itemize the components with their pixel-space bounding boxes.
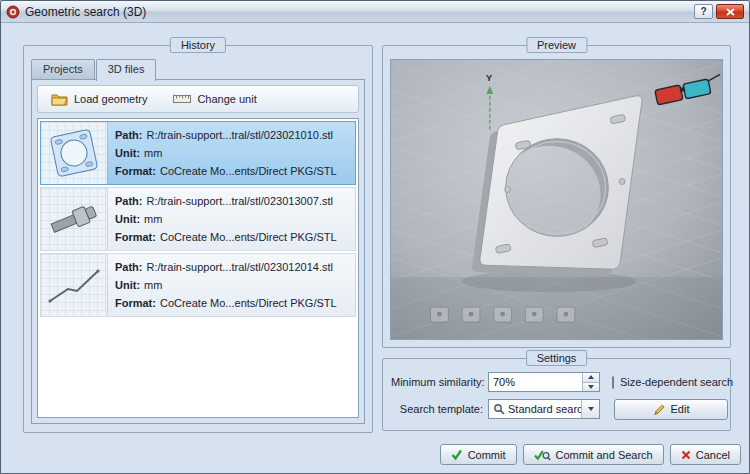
minimum-similarity-label: Minimum similarity:: [391, 376, 483, 388]
path-value: R:/train-support...tral/stl/023013007.st…: [147, 195, 333, 207]
preview-viewport[interactable]: Y X: [390, 59, 723, 340]
settings-group: Settings Minimum similarity: Size-depend…: [382, 358, 731, 431]
format-label: Format:: [115, 297, 156, 309]
unit-label: Unit:: [115, 213, 140, 225]
file-meta: Path:R:/train-support...tral/stl/0230130…: [108, 188, 355, 250]
format-label: Format:: [115, 165, 156, 177]
preview-group: Preview: [382, 45, 731, 348]
path-value: R:/train-support...tral/stl/023012014.st…: [147, 261, 333, 273]
file-list-item-1[interactable]: Path:R:/train-support...tral/stl/0230210…: [40, 121, 356, 185]
path-label: Path:: [115, 195, 143, 207]
minimum-similarity-row: Minimum similarity: Size-dependent searc…: [383, 371, 730, 393]
path-label: Path:: [115, 129, 143, 141]
unit-value: mm: [144, 147, 162, 159]
commit-label: Commit: [468, 449, 506, 461]
cancel-button[interactable]: Cancel: [670, 444, 741, 465]
history-tabs: Projects 3D files: [31, 59, 157, 80]
size-dependent-label: Size-dependent search: [620, 376, 733, 388]
load-geometry-button[interactable]: Load geometry: [43, 88, 155, 110]
tab-projects[interactable]: Projects: [31, 59, 95, 79]
search-template-row: Search template: Standard search: [383, 398, 730, 420]
spin-down-button[interactable]: [583, 383, 599, 392]
dropdown-arrow-button[interactable]: [581, 400, 599, 418]
x-axis-label: X: [557, 288, 564, 299]
spin-up-button[interactable]: [583, 373, 599, 383]
change-unit-label: Change unit: [197, 93, 256, 105]
path-label: Path:: [115, 261, 143, 273]
y-axis-label: Y: [486, 72, 493, 83]
file-list: Path:R:/train-support...tral/stl/0230210…: [37, 118, 359, 418]
commit-and-search-icon: [534, 449, 551, 461]
open-folder-icon: [51, 92, 68, 106]
cancel-x-icon: [681, 450, 691, 460]
settings-group-label: Settings: [526, 350, 588, 366]
file-meta: Path:R:/train-support...tral/stl/0230120…: [108, 254, 355, 316]
path-value: R:/train-support...tral/stl/023021010.st…: [147, 129, 333, 141]
help-button[interactable]: ?: [694, 4, 713, 19]
edit-button[interactable]: Edit: [614, 399, 728, 420]
format-value: CoCreate Mo...ents/Direct PKG/STL: [160, 297, 337, 309]
minimum-similarity-spinbox: [488, 372, 600, 392]
ruler-icon: [173, 93, 191, 105]
footer-buttons: Commit Commit and Search Cancel: [440, 444, 741, 465]
titlebar[interactable]: Geometric search (3D) ?: [1, 1, 749, 23]
file-thumbnail-plate: [41, 122, 108, 184]
minimum-similarity-input[interactable]: [489, 376, 582, 388]
change-unit-button[interactable]: Change unit: [165, 88, 264, 110]
commit-check-icon: [451, 449, 463, 460]
commit-and-search-button[interactable]: Commit and Search: [523, 444, 664, 465]
commit-and-search-label: Commit and Search: [556, 449, 653, 461]
history-group-label: History: [170, 37, 226, 53]
preview-group-label: Preview: [526, 37, 587, 53]
preview-3d-scene: Y X: [391, 60, 722, 339]
unit-label: Unit:: [115, 147, 140, 159]
format-value: CoCreate Mo...ents/Direct PKG/STL: [160, 231, 337, 243]
unit-label: Unit:: [115, 279, 140, 291]
history-tab-content: Load geometry Change unit: [31, 79, 365, 424]
file-thumbnail-plug: [41, 188, 108, 250]
cancel-label: Cancel: [696, 449, 730, 461]
search-template-dropdown[interactable]: Standard search: [488, 399, 600, 419]
format-label: Format:: [115, 231, 156, 243]
file-list-item-2[interactable]: Path:R:/train-support...tral/stl/0230130…: [40, 187, 356, 251]
load-geometry-label: Load geometry: [74, 93, 147, 105]
search-template-icon: [493, 403, 505, 415]
format-value: CoCreate Mo...ents/Direct PKG/STL: [160, 165, 337, 177]
unit-value: mm: [144, 279, 162, 291]
geometric-search-dialog: Geometric search (3D) ? History Projects…: [0, 0, 750, 474]
app-icon: [6, 5, 20, 19]
size-dependent-checkbox[interactable]: [612, 376, 614, 389]
close-button[interactable]: [716, 4, 744, 19]
search-template-value: Standard search: [508, 403, 581, 415]
edit-pencil-icon: [653, 403, 666, 416]
file-list-item-3[interactable]: Path:R:/train-support...tral/stl/0230120…: [40, 253, 356, 317]
unit-value: mm: [144, 213, 162, 225]
window-title: Geometric search (3D): [25, 5, 146, 19]
file-list-toolbar: Load geometry Change unit: [37, 85, 359, 113]
file-thumbnail-wire: [41, 254, 108, 316]
history-group: History Projects 3D files Load geometry: [23, 45, 373, 433]
edit-label: Edit: [671, 403, 690, 415]
file-meta: Path:R:/train-support...tral/stl/0230210…: [108, 122, 355, 184]
commit-button[interactable]: Commit: [440, 444, 517, 465]
tab-3d-files[interactable]: 3D files: [96, 59, 157, 81]
search-template-label: Search template:: [391, 403, 483, 415]
